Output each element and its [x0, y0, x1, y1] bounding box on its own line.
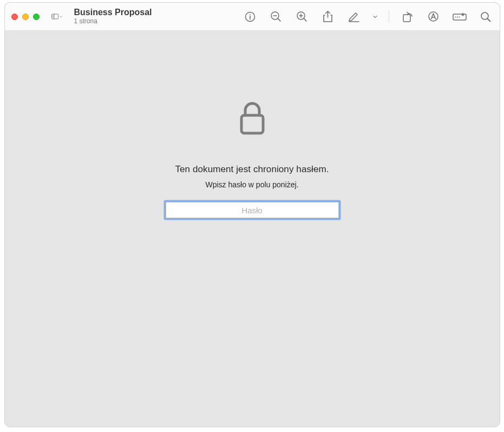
highlight-icon: [348, 11, 360, 22]
markup-button[interactable]: [426, 9, 441, 24]
chevron-down-icon: [60, 15, 62, 19]
lock-icon: [238, 101, 267, 138]
highlight-button[interactable]: [346, 9, 362, 24]
search-icon: [480, 11, 491, 22]
share-icon: [323, 11, 333, 23]
markup-icon: [428, 11, 439, 22]
form-button[interactable]: [452, 9, 467, 24]
sidebar-icon: [51, 12, 58, 21]
svg-rect-25: [241, 115, 263, 133]
rotate-button[interactable]: [400, 9, 415, 24]
minimize-button[interactable]: [22, 14, 29, 20]
content-area: Ten dokument jest chroniony hasłem. Wpis…: [5, 31, 500, 427]
password-subheading: Wpisz hasło w polu poniżej.: [206, 180, 299, 189]
share-button[interactable]: [320, 9, 336, 24]
title-block: Business Proposal 1 strona: [74, 8, 152, 25]
zoom-out-button[interactable]: [269, 9, 284, 24]
info-icon: [245, 11, 256, 22]
zoom-in-icon: [296, 11, 307, 22]
password-input[interactable]: [166, 202, 339, 218]
svg-line-12: [304, 18, 306, 21]
zoom-in-button[interactable]: [294, 9, 310, 24]
window-subtitle: 1 strona: [74, 18, 152, 25]
toolbar: [243, 9, 493, 24]
chevron-down-icon: [373, 15, 377, 19]
zoom-out-icon: [270, 11, 282, 22]
window-controls: [11, 14, 40, 20]
svg-point-20: [455, 16, 456, 17]
svg-point-6: [250, 14, 251, 15]
svg-point-21: [457, 16, 458, 17]
password-field-wrap: [166, 202, 339, 218]
info-button[interactable]: [243, 9, 258, 24]
search-button[interactable]: [478, 9, 493, 24]
titlebar: Business Proposal 1 strona: [5, 3, 500, 31]
form-icon: [453, 12, 467, 21]
svg-line-24: [487, 18, 490, 21]
fullscreen-button[interactable]: [33, 14, 40, 20]
rotate-icon: [402, 11, 413, 23]
svg-point-22: [459, 16, 460, 17]
highlight-menu-chevron[interactable]: [372, 15, 378, 19]
preview-window: Business Proposal 1 strona: [4, 2, 500, 427]
close-button[interactable]: [11, 14, 18, 20]
svg-line-9: [278, 18, 280, 21]
toolbar-divider: [389, 11, 389, 23]
window-title: Business Proposal: [74, 8, 152, 17]
svg-rect-16: [403, 15, 410, 22]
password-heading: Ten dokument jest chroniony hasłem.: [175, 164, 329, 175]
sidebar-toggle-button[interactable]: [49, 9, 64, 24]
